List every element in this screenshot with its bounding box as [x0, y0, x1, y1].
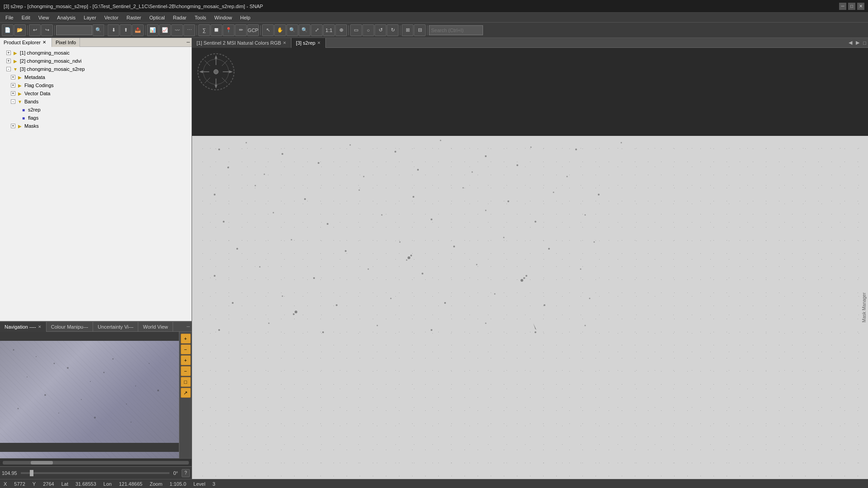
search-input[interactable]: [429, 25, 483, 35]
spectrum-button[interactable]: 〰: [171, 24, 183, 36]
image-canvas[interactable]: Mask Manager: [192, 136, 868, 479]
nav-zoom-in[interactable]: +: [181, 334, 191, 344]
tab-uncertainty[interactable]: Uncertainty Vi---: [93, 322, 138, 332]
tab-nav-prev[interactable]: ◀: [847, 40, 854, 46]
menu-view[interactable]: View: [35, 14, 53, 21]
svg-point-104: [523, 277, 525, 279]
statistics-button[interactable]: 📊: [147, 24, 159, 36]
tab-world-view[interactable]: World View: [138, 322, 173, 332]
histogram-button[interactable]: 📈: [159, 24, 171, 36]
zoom-in-button[interactable]: 🔍: [286, 24, 298, 36]
tab-navigation[interactable]: Navigation ---- ✕: [0, 322, 47, 332]
rotate-right-button[interactable]: ↻: [387, 24, 399, 36]
nav-sync[interactable]: ↗: [181, 388, 191, 398]
profile-button[interactable]: ∑: [198, 24, 210, 36]
coord-input[interactable]: 6254/1029680: [56, 25, 92, 35]
close-button[interactable]: ✕: [857, 3, 864, 10]
tab-pixel-info[interactable]: Pixel Info: [52, 38, 80, 47]
viewer[interactable]: Mask Manager: [192, 48, 868, 479]
draw-ellipse-button[interactable]: ○: [362, 24, 374, 36]
collapse-icon[interactable]: -: [11, 99, 15, 104]
bottom-panel-minimize[interactable]: ─: [185, 324, 192, 329]
open-button[interactable]: 📂: [14, 24, 26, 36]
nav-help[interactable]: ?: [182, 469, 190, 477]
list-item[interactable]: - ▼ Bands: [2, 98, 190, 106]
gcp-button[interactable]: GCP: [247, 24, 259, 36]
list-item[interactable]: ■ s2rep: [2, 106, 190, 114]
expand-icon[interactable]: +: [11, 124, 15, 128]
tab-sentinel-rgb[interactable]: [1] Sentinel 2 MSI Natural Colors RGB ✕: [192, 38, 291, 48]
tab-rgb-close[interactable]: ✕: [283, 41, 286, 45]
nav-zoom-in2[interactable]: +: [181, 355, 191, 365]
menu-window[interactable]: Window: [211, 14, 235, 21]
expand-icon[interactable]: +: [6, 51, 11, 55]
import-button[interactable]: ⬇: [108, 24, 119, 36]
menu-layer[interactable]: Layer: [80, 14, 100, 21]
list-item[interactable]: + ▶ [1] chongming_mosaic: [2, 49, 190, 57]
menu-radar[interactable]: Radar: [169, 14, 190, 21]
collapse-icon[interactable]: -: [6, 67, 11, 71]
collocate-button[interactable]: ⊞: [402, 24, 413, 36]
nav-slider[interactable]: [21, 472, 170, 474]
menu-file[interactable]: File: [2, 14, 17, 21]
export-button[interactable]: ⬆: [120, 24, 131, 36]
list-item[interactable]: + ▶ Vector Data: [2, 89, 190, 98]
tab-nav-next[interactable]: ▶: [854, 40, 861, 46]
list-item[interactable]: + ▶ [2] chongming_mosaic_ndvi: [2, 57, 190, 65]
pin-button[interactable]: 📍: [223, 24, 235, 36]
menu-raster[interactable]: Raster: [123, 14, 145, 21]
new-button[interactable]: 📄: [2, 24, 14, 36]
redo-button[interactable]: ↪: [41, 24, 53, 36]
menu-edit[interactable]: Edit: [18, 14, 34, 21]
mosaic-button[interactable]: ⊟: [414, 24, 426, 36]
product-explorer-close[interactable]: ✕: [41, 40, 48, 45]
mask-manager-label[interactable]: Mask Manager: [861, 291, 868, 324]
list-item[interactable]: + ▶ Flag Codings: [2, 81, 190, 89]
rotate-left-button[interactable]: ↺: [375, 24, 386, 36]
zoom-button[interactable]: 🔍: [93, 24, 104, 36]
select-button[interactable]: ↖: [262, 24, 274, 36]
mask-button[interactable]: 🔲: [211, 24, 222, 36]
list-item[interactable]: + ▶ Masks: [2, 122, 190, 130]
menu-optical[interactable]: Optical: [145, 14, 168, 21]
undo-button[interactable]: ↩: [29, 24, 41, 36]
list-item[interactable]: ■ flags: [2, 114, 190, 122]
tab-s2rep[interactable]: [3] s2rep ✕: [291, 38, 326, 48]
nav-scroll-track[interactable]: [3, 461, 189, 465]
expand-icon[interactable]: +: [6, 59, 11, 63]
nav-fit[interactable]: □: [181, 377, 191, 387]
menu-vector[interactable]: Vector: [101, 14, 122, 21]
left-panel-minimize[interactable]: ─: [185, 40, 192, 45]
export2-button[interactable]: 📤: [132, 24, 144, 36]
tab-colour-manipu[interactable]: Colour Manipu---: [47, 322, 94, 332]
list-item[interactable]: - ▼ [3] chongming_mosaic_s2rep: [2, 65, 190, 73]
menu-tools[interactable]: Tools: [191, 14, 210, 21]
zoom-100-button[interactable]: 1:1: [323, 24, 335, 36]
nav-tab-close[interactable]: ✕: [38, 325, 42, 329]
draw-rect-button[interactable]: ▭: [350, 24, 362, 36]
svg-point-91: [589, 298, 591, 299]
list-item[interactable]: + ▶ Metadata: [2, 73, 190, 81]
tab-maximize[interactable]: □: [861, 40, 868, 46]
menu-analysis[interactable]: Analysis: [53, 14, 79, 21]
nav-scroll-thumb[interactable]: [31, 461, 53, 465]
zoom-out-button[interactable]: 🔍: [299, 24, 310, 36]
minimize-button[interactable]: ─: [839, 3, 846, 10]
nav-map[interactable]: [0, 332, 179, 458]
tab-product-explorer[interactable]: Product Explorer ✕: [0, 38, 52, 47]
hand-button[interactable]: ✋: [274, 24, 286, 36]
expand-icon[interactable]: +: [11, 91, 15, 96]
scatter-button[interactable]: ⋯: [183, 24, 195, 36]
svg-point-47: [417, 169, 419, 171]
vector-button[interactable]: ✏: [235, 24, 247, 36]
expand-icon[interactable]: +: [11, 75, 15, 79]
expand-icon[interactable]: +: [11, 83, 15, 88]
maximize-button[interactable]: □: [848, 3, 855, 10]
menu-help[interactable]: Help: [236, 14, 254, 21]
nav-zoom-out2[interactable]: −: [181, 366, 191, 376]
tab-s2rep-close[interactable]: ✕: [317, 41, 321, 45]
nav-zoom-out[interactable]: −: [181, 344, 191, 354]
zoom-pan-button[interactable]: ⊕: [335, 24, 347, 36]
nav-slider-thumb[interactable]: [30, 470, 33, 476]
zoom-fit-button[interactable]: ⤢: [311, 24, 323, 36]
